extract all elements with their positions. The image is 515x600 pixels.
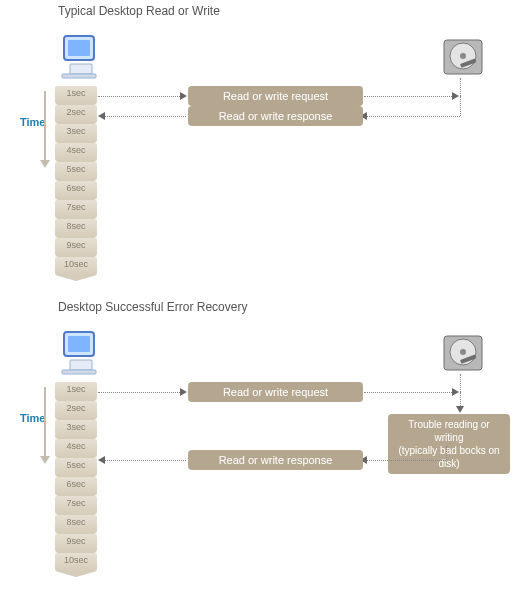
- time-axis-arrowhead: [40, 160, 50, 168]
- svg-rect-10: [70, 360, 92, 370]
- time-tick: 1sec: [55, 86, 97, 104]
- diagram-stage: Time 1sec 2sec 3sec 4sec 5sec 6sec 7sec …: [0, 6, 515, 286]
- time-tick: 10sec: [55, 553, 97, 571]
- connector: [364, 116, 460, 117]
- connector: [460, 78, 461, 96]
- request-label: Read or write request: [188, 382, 363, 402]
- time-axis-arrow: [44, 387, 46, 457]
- time-tick: 7sec: [55, 200, 97, 218]
- response-label: Read or write response: [188, 450, 363, 470]
- svg-rect-3: [62, 74, 96, 78]
- time-tick: 2sec: [55, 401, 97, 419]
- svg-rect-2: [70, 64, 92, 74]
- time-tick: 3sec: [55, 420, 97, 438]
- request-label: Read or write request: [188, 86, 363, 106]
- time-tick: 4sec: [55, 143, 97, 161]
- computer-icon: [60, 330, 102, 378]
- section-typical: Typical Desktop Read or Write Time: [0, 0, 515, 296]
- svg-rect-11: [62, 370, 96, 374]
- arrow-right-icon: [452, 92, 459, 100]
- hard-disk-icon: [440, 330, 486, 378]
- hard-disk-icon: [440, 34, 486, 82]
- connector: [104, 116, 186, 117]
- connector: [364, 460, 446, 461]
- time-tick: 9sec: [55, 534, 97, 552]
- time-axis-arrowhead: [40, 456, 50, 464]
- time-axis-label: Time: [20, 116, 45, 128]
- svg-rect-9: [68, 336, 90, 352]
- connector: [446, 446, 447, 460]
- time-ticks: 1sec 2sec 3sec 4sec 5sec 6sec 7sec 8sec …: [55, 86, 97, 276]
- time-tick: 1sec: [55, 382, 97, 400]
- svg-rect-1: [68, 40, 90, 56]
- arrow-right-icon: [180, 388, 187, 396]
- arrow-down-icon: [456, 406, 464, 413]
- time-axis-arrow: [44, 91, 46, 161]
- computer-icon: [60, 34, 102, 82]
- time-tick: 5sec: [55, 458, 97, 476]
- time-axis-label: Time: [20, 412, 45, 424]
- connector: [364, 392, 456, 393]
- arrow-right-icon: [452, 388, 459, 396]
- time-tick: 10sec: [55, 257, 97, 275]
- svg-point-14: [460, 349, 466, 355]
- time-tick: 6sec: [55, 181, 97, 199]
- time-ticks: 1sec 2sec 3sec 4sec 5sec 6sec 7sec 8sec …: [55, 382, 97, 572]
- time-tick: 2sec: [55, 105, 97, 123]
- arrow-right-icon: [180, 92, 187, 100]
- response-label: Read or write response: [188, 106, 363, 126]
- section-recovery: Desktop Successful Error Recovery Time: [0, 296, 515, 600]
- time-tick: 8sec: [55, 219, 97, 237]
- svg-point-6: [460, 53, 466, 59]
- time-tick: 6sec: [55, 477, 97, 495]
- arrow-left-icon: [98, 456, 105, 464]
- connector: [364, 96, 456, 97]
- time-tick: 9sec: [55, 238, 97, 256]
- time-tick: 3sec: [55, 124, 97, 142]
- connector: [460, 96, 461, 116]
- diagram-stage: Time 1sec 2sec 3sec 4sec 5sec 6sec 7sec …: [0, 302, 515, 592]
- trouble-label: Trouble reading or writing (typically ba…: [388, 414, 510, 474]
- connector: [104, 460, 186, 461]
- time-tick: 4sec: [55, 439, 97, 457]
- time-tick: 5sec: [55, 162, 97, 180]
- connector: [98, 392, 184, 393]
- arrow-left-icon: [98, 112, 105, 120]
- connector: [98, 96, 184, 97]
- connector: [460, 374, 461, 392]
- time-tick: 8sec: [55, 515, 97, 533]
- time-tick: 7sec: [55, 496, 97, 514]
